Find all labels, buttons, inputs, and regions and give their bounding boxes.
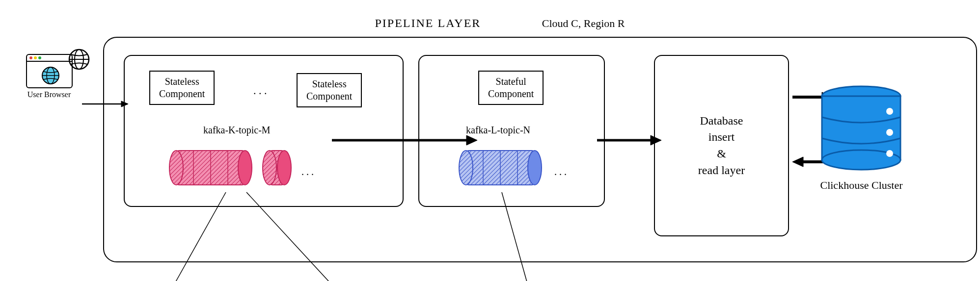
stateful-group-box: Stateful Component kafka-L-topic-N . . . (418, 55, 605, 207)
stateless-component-2: Stateless Component (297, 73, 362, 107)
svg-point-38 (886, 108, 893, 115)
user-browser-group: User Browser (15, 54, 83, 99)
leader-line-pink-right (245, 191, 373, 281)
diagram-titles: PIPELINE LAYER Cloud C, Region R (10, 17, 980, 30)
stateful-component: Stateful Component (478, 71, 544, 105)
stateless-component-1: Stateless Component (149, 71, 215, 105)
traffic-light-red-icon (29, 56, 32, 59)
browser-window-icon (26, 54, 73, 88)
db-layer-box: Database insert & read layer (654, 55, 789, 236)
kafka-topic-m-label: kafka-K-topic-M (203, 125, 271, 136)
cloud-region-title: Cloud C, Region R (542, 17, 625, 30)
clickhouse-label: Clickhouse Cluster (818, 179, 904, 192)
kafka-m-ellipsis: . . . (301, 166, 314, 178)
arrow-stateful-to-db (595, 133, 664, 147)
db-layer-text: Database insert & read layer (698, 113, 745, 179)
kafka-topic-m-cylinder-2 (262, 147, 297, 193)
svg-line-41 (173, 192, 226, 281)
svg-point-11 (169, 151, 183, 185)
stateless-component-2-label: Stateless Component (306, 78, 352, 102)
svg-point-24 (459, 151, 473, 185)
globe-icon (41, 66, 60, 85)
stateful-component-label: Stateful Component (488, 76, 534, 99)
svg-point-25 (528, 151, 542, 185)
svg-point-12 (238, 151, 252, 185)
svg-point-40 (886, 150, 893, 157)
kafka-topic-m-cylinder-1 (169, 147, 255, 193)
stateless-component-1-label: Stateless Component (159, 76, 205, 99)
user-browser-label: User Browser (15, 90, 83, 99)
traffic-light-yellow-icon (34, 56, 37, 59)
database-cylinder-icon (818, 84, 904, 173)
svg-point-18 (277, 151, 291, 185)
stateless-group-box: Stateless Component . . . Stateless Comp… (124, 55, 404, 207)
kafka-topic-n-label: kafka-L-topic-N (466, 125, 530, 136)
svg-point-39 (886, 129, 893, 136)
kafka-topic-n-cylinder (459, 147, 544, 193)
diagram-canvas: PIPELINE LAYER Cloud C, Region R (10, 10, 980, 281)
svg-line-43 (502, 192, 528, 281)
kafka-n-ellipsis: . . . (554, 166, 567, 178)
svg-line-42 (246, 192, 334, 281)
leader-line-blue (501, 191, 560, 281)
pipeline-layer-title: PIPELINE LAYER (375, 17, 481, 30)
svg-marker-34 (792, 157, 803, 167)
ellipsis-components: . . . (253, 84, 267, 97)
traffic-light-green-icon (38, 56, 41, 59)
clickhouse-group: Clickhouse Cluster (818, 84, 904, 192)
globe-large-icon (68, 48, 90, 71)
svg-point-17 (263, 151, 276, 185)
browser-window-chrome (27, 55, 72, 62)
